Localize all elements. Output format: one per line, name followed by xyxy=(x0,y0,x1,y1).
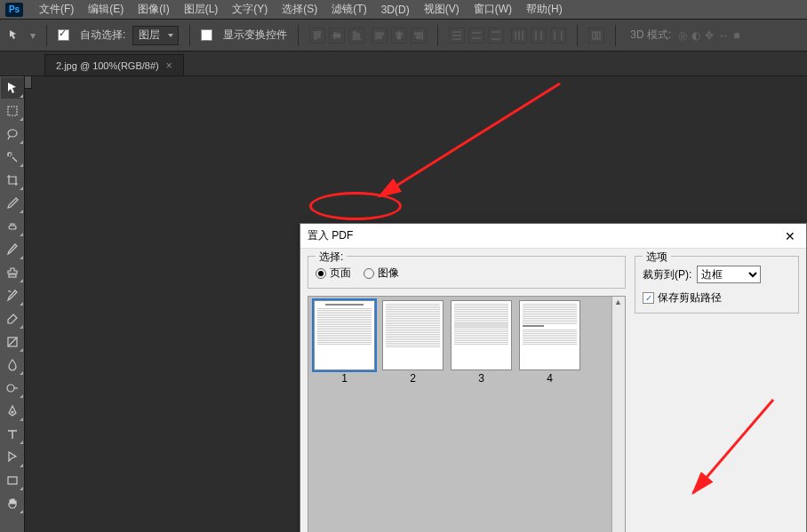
align-left-icon[interactable] xyxy=(372,28,388,44)
options-bar: ▾ 自动选择: 图层 显示变换控件 3D 模式: ◎ ◐ ✥ ↔ ■ xyxy=(0,20,807,52)
svg-point-42 xyxy=(12,411,13,413)
gradient-tool[interactable] xyxy=(1,331,24,353)
auto-align-icon[interactable] xyxy=(588,28,604,44)
svg-line-40 xyxy=(8,337,17,346)
brush-tool[interactable] xyxy=(1,239,24,260)
radio-page-label: 页面 xyxy=(330,266,351,281)
align-right-icon[interactable] xyxy=(411,28,427,44)
lasso-tool[interactable] xyxy=(1,123,24,145)
svg-rect-43 xyxy=(8,477,17,484)
crop-tool[interactable] xyxy=(1,170,24,191)
svg-rect-33 xyxy=(597,32,600,39)
history-brush-tool[interactable] xyxy=(1,285,24,306)
eyedropper-tool[interactable] xyxy=(1,193,24,214)
align-top-icon[interactable] xyxy=(309,28,325,44)
auto-select-checkbox[interactable] xyxy=(58,29,69,41)
distribute-icons-group-2 xyxy=(511,28,566,44)
blur-tool[interactable] xyxy=(1,354,24,376)
auto-select-label: 自动选择: xyxy=(80,28,125,43)
align-hcenter-icon[interactable] xyxy=(391,28,407,44)
healing-brush-tool[interactable] xyxy=(1,216,24,237)
menu-help[interactable]: 帮助(H) xyxy=(519,0,570,19)
menu-3d[interactable]: 3D(D) xyxy=(374,0,417,19)
move-tool[interactable] xyxy=(1,77,24,99)
document-tab[interactable]: 2.jpg @ 100%(RGB/8#) × xyxy=(44,54,184,75)
radio-page[interactable]: 页面 xyxy=(316,266,351,281)
svg-point-41 xyxy=(7,385,14,392)
options-legend: 选项 xyxy=(643,250,671,265)
pdf-page-thumb-3[interactable]: 3 xyxy=(449,300,514,385)
document-tab-close-icon[interactable]: × xyxy=(166,60,172,72)
dist-vcenter-icon[interactable] xyxy=(468,28,484,44)
dodge-tool[interactable] xyxy=(1,377,24,399)
menu-edit[interactable]: 编辑(E) xyxy=(81,0,131,19)
svg-rect-16 xyxy=(415,33,420,35)
menu-view[interactable]: 视图(V) xyxy=(417,0,467,19)
auto-select-dropdown[interactable]: 图层 xyxy=(132,26,179,45)
hand-tool[interactable] xyxy=(1,493,24,514)
svg-rect-8 xyxy=(357,34,359,37)
svg-rect-10 xyxy=(378,33,383,35)
preserve-clip-checkbox[interactable]: ✓ xyxy=(643,292,654,304)
dist-right-icon[interactable] xyxy=(550,28,566,44)
clone-stamp-tool[interactable] xyxy=(1,262,24,283)
svg-rect-17 xyxy=(417,36,420,38)
eraser-tool[interactable] xyxy=(1,308,24,330)
svg-rect-32 xyxy=(593,32,595,39)
orbit-3d-icon[interactable]: ◎ xyxy=(678,29,687,42)
type-tool[interactable] xyxy=(1,424,24,445)
quick-select-tool[interactable] xyxy=(1,147,24,168)
align-bottom-icon[interactable] xyxy=(348,28,364,44)
dialog-title: 置入 PDF xyxy=(308,228,353,243)
radio-image[interactable]: 图像 xyxy=(364,266,399,281)
toolbar-flyout-handle[interactable] xyxy=(25,76,32,89)
thumb-label: 1 xyxy=(341,372,348,385)
app-logo: Ps xyxy=(5,3,23,17)
menu-select[interactable]: 选择(S) xyxy=(275,0,324,19)
pen-tool[interactable] xyxy=(1,401,24,422)
thumb-scrollbar[interactable] xyxy=(611,297,625,532)
select-legend: 选择: xyxy=(316,250,347,265)
pdf-page-thumb-4[interactable]: 4 xyxy=(517,300,582,385)
dist-hcenter-icon[interactable] xyxy=(531,28,547,44)
thumbnail-area: 1 2 3 4 xyxy=(308,296,626,532)
crop-to-select[interactable]: 边框 xyxy=(697,266,761,283)
crop-to-label: 裁剪到(P): xyxy=(643,267,691,282)
align-vcenter-icon[interactable] xyxy=(329,28,345,44)
align-icons-group-2 xyxy=(372,28,427,44)
dialog-titlebar[interactable]: 置入 PDF ✕ xyxy=(300,224,806,249)
document-tab-title: 2.jpg @ 100%(RGB/8#) xyxy=(56,60,159,71)
menu-window[interactable]: 窗口(W) xyxy=(467,0,519,19)
menu-image[interactable]: 图像(I) xyxy=(131,0,176,19)
show-transform-checkbox[interactable] xyxy=(201,29,212,41)
menu-filter[interactable]: 滤镜(T) xyxy=(324,0,373,19)
dist-bottom-icon[interactable] xyxy=(488,28,504,44)
svg-point-36 xyxy=(8,153,12,156)
radio-dot-icon xyxy=(364,268,374,279)
pan-3d-icon[interactable]: ✥ xyxy=(705,29,714,42)
path-select-tool[interactable] xyxy=(1,447,24,468)
distribute-icons-group-1 xyxy=(449,28,504,44)
pdf-page-thumb-1[interactable]: 1 xyxy=(312,300,377,385)
svg-rect-7 xyxy=(354,32,356,37)
place-pdf-dialog: 置入 PDF ✕ 选择: 页面 图像 xyxy=(300,223,807,532)
select-groupbox: 选择: 页面 图像 xyxy=(308,256,626,289)
thumb-label: 4 xyxy=(547,372,553,385)
roll-3d-icon[interactable]: ◐ xyxy=(691,29,700,42)
slide-3d-icon[interactable]: ↔ xyxy=(718,29,729,42)
dist-left-icon[interactable] xyxy=(511,28,527,44)
menu-layer[interactable]: 图层(L) xyxy=(177,0,226,19)
zoom-3d-icon[interactable]: ■ xyxy=(733,29,739,42)
svg-rect-11 xyxy=(378,36,381,38)
shape-tool[interactable] xyxy=(1,470,24,491)
menubar: Ps 文件(F) 编辑(E) 图像(I) 图层(L) 文字(Y) 选择(S) 滤… xyxy=(0,0,807,20)
menu-file[interactable]: 文件(F) xyxy=(32,0,81,19)
marquee-tool[interactable] xyxy=(1,100,24,122)
thumb-label: 3 xyxy=(478,372,484,385)
svg-rect-38 xyxy=(9,274,16,277)
dialog-close-icon[interactable]: ✕ xyxy=(781,229,799,243)
radio-image-label: 图像 xyxy=(378,266,399,281)
dist-top-icon[interactable] xyxy=(449,28,465,44)
menu-type[interactable]: 文字(Y) xyxy=(225,0,275,19)
pdf-page-thumb-2[interactable]: 2 xyxy=(380,300,445,385)
